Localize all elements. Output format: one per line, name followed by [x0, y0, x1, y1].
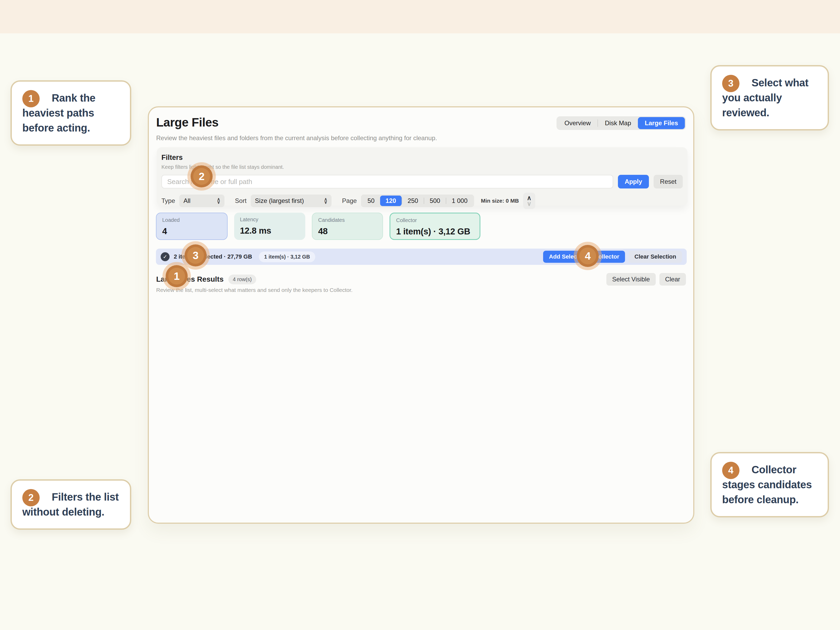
- selection-bar: ✓ 2 item(s) selected · 27,79 GB 1 item(s…: [156, 249, 687, 265]
- reset-button[interactable]: Reset: [654, 175, 683, 188]
- type-select-value: All: [183, 197, 191, 204]
- callout-3-number-badge: 3: [722, 75, 739, 92]
- page-size-label: Page: [342, 197, 357, 204]
- filters-title: Filters: [161, 153, 683, 162]
- overlay-marker-2: 2: [188, 162, 216, 191]
- page-subtitle: Review the heaviest files and folders fr…: [156, 134, 437, 142]
- stat-value: 1 item(s) · 3,12 GB: [396, 227, 474, 237]
- overlay-marker-1: 1: [163, 262, 191, 291]
- stepper-down-icon[interactable]: ∨: [527, 201, 532, 207]
- filters-subtitle: Keep filters lightweight so the file lis…: [161, 164, 683, 170]
- callout-1-number-badge: 1: [22, 90, 39, 107]
- results-header: Large Files Results 4 row(s) Select Visi…: [156, 273, 686, 286]
- sort-select[interactable]: Size (largest first) ∧∨: [251, 194, 332, 207]
- stat-card-loaded: Loaded 4: [156, 213, 227, 240]
- collector-total-pill: 1 item(s) · 3,12 GB: [259, 251, 315, 262]
- clear-selection-button[interactable]: Clear Selection: [629, 251, 682, 263]
- stat-label: Latency: [240, 216, 300, 223]
- page-size-option-120[interactable]: 120: [380, 196, 402, 206]
- results-subtitle: Review the list, multi-select what matte…: [156, 287, 352, 293]
- stat-value: 4: [162, 226, 221, 236]
- stat-label: Collector: [396, 217, 474, 223]
- stat-card-candidates: Candidates 48: [312, 213, 383, 240]
- sort-select-value: Size (largest first): [255, 197, 304, 204]
- stats-row: Loaded 4 Latency 12.8 ms Candidates 48 C…: [156, 213, 480, 240]
- type-label: Type: [161, 197, 175, 204]
- page-size-segmented-control: 50 120 250 500 1 000: [361, 194, 474, 207]
- stat-card-latency: Latency 12.8 ms: [234, 213, 305, 240]
- stat-card-collector: Collector 1 item(s) · 3,12 GB: [390, 213, 480, 240]
- callout-1: 1 Rank the heaviest paths before acting.: [11, 81, 131, 146]
- callout-4-number-badge: 4: [722, 462, 739, 479]
- large-files-panel: Large Files Overview Disk Map Large File…: [148, 106, 694, 524]
- tab-disk-map[interactable]: Disk Map: [598, 117, 638, 129]
- selection-actions: Add Selected to Collector Clear Selectio…: [543, 251, 682, 263]
- page-size-option-1000[interactable]: 1 000: [446, 196, 473, 206]
- top-cream-band: [0, 0, 840, 33]
- sort-label: Sort: [235, 197, 246, 204]
- min-size-label: Min size: 0 MB: [481, 198, 519, 204]
- callout-3: 3 Select what you actually reviewed.: [711, 65, 829, 131]
- page-size-option-250[interactable]: 250: [402, 196, 424, 206]
- search-input[interactable]: [161, 175, 613, 188]
- callout-2: 2 Filters the list without deleting.: [11, 479, 131, 530]
- stat-value: 12.8 ms: [240, 226, 300, 236]
- callout-4: 4 Collector stages candidates before cle…: [711, 452, 829, 517]
- filters-search-row: Apply Reset: [161, 175, 683, 188]
- select-visible-button[interactable]: Select Visible: [606, 273, 656, 286]
- panel-header: Large Files Overview Disk Map Large File…: [156, 115, 686, 131]
- stat-label: Candidates: [318, 217, 377, 223]
- chevron-up-down-icon: ∧∨: [324, 198, 327, 204]
- filters-controls-row: Type All ∧∨ Sort Size (largest first) ∧∨…: [161, 194, 683, 207]
- callout-2-number-badge: 2: [22, 489, 39, 506]
- tab-large-files[interactable]: Large Files: [638, 117, 685, 129]
- page-size-option-50[interactable]: 50: [362, 196, 380, 206]
- view-tab-group: Overview Disk Map Large Files: [556, 116, 686, 130]
- stat-label: Loaded: [162, 217, 221, 223]
- chevron-up-down-icon: ∧∨: [217, 198, 220, 204]
- page-size-option-500[interactable]: 500: [424, 196, 446, 206]
- min-size-stepper[interactable]: ∧ ∨: [523, 193, 535, 209]
- row-count-badge: 4 row(s): [228, 275, 256, 284]
- check-circle-icon: ✓: [161, 252, 170, 261]
- results-actions: Select Visible Clear: [606, 273, 686, 286]
- apply-button[interactable]: Apply: [618, 175, 649, 188]
- filters-card: Filters Keep filters lightweight so the …: [157, 147, 687, 205]
- tab-overview[interactable]: Overview: [557, 117, 597, 129]
- overlay-marker-4: 4: [573, 242, 602, 270]
- stat-value: 48: [318, 226, 377, 236]
- type-select[interactable]: All ∧∨: [179, 194, 224, 207]
- clear-button[interactable]: Clear: [659, 273, 686, 286]
